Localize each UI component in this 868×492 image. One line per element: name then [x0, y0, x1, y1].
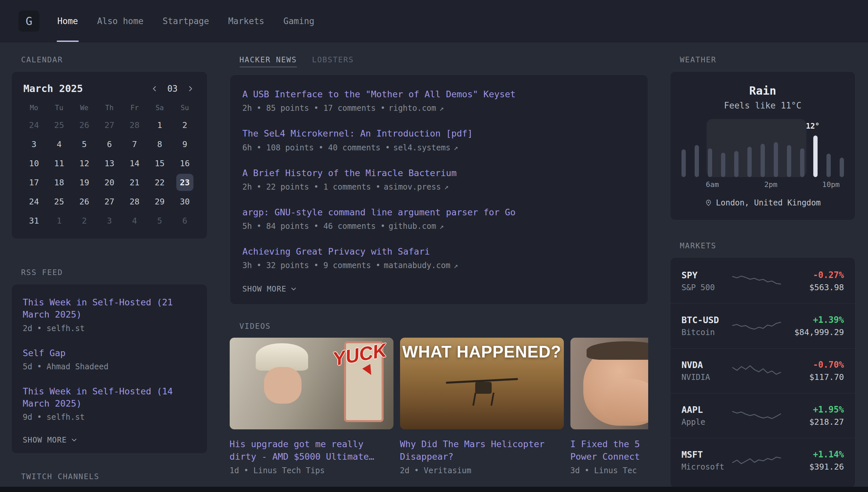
- section-title-weather: WEATHER: [680, 55, 856, 64]
- thumbnail-art: [473, 393, 494, 405]
- video-thumbnail[interactable]: WHAT HAPPENED?: [400, 338, 564, 429]
- video-title-link[interactable]: His upgrade got me really dirty - AMD $5…: [230, 438, 393, 463]
- calendar-day: 6: [172, 211, 198, 230]
- videos-widget: VIDEOS YUCK His upgrade got me really di…: [230, 322, 648, 475]
- market-change-percent: +1.95%: [781, 404, 844, 415]
- external-link-icon: ↗: [454, 144, 458, 152]
- weather-feels-like: Feels like 11°C: [682, 101, 844, 110]
- nav-tab[interactable]: Also home: [97, 0, 144, 42]
- market-name: NVIDIA: [682, 373, 732, 382]
- calendar-day: 22: [147, 173, 172, 192]
- section-title-videos: VIDEOS: [240, 322, 648, 330]
- calendar-next-button[interactable]: [186, 84, 195, 94]
- news-item-title-link[interactable]: argp: GNU-style command line argument pa…: [242, 206, 516, 218]
- calendar-day: 6: [97, 134, 122, 154]
- market-sparkline: [732, 452, 781, 469]
- market-row[interactable]: NVDA NVIDIA -0.70% $117.70: [670, 348, 855, 393]
- nav-tab[interactable]: Gaming: [283, 0, 315, 42]
- rss-item-title-link[interactable]: This Week in Self-Hosted (21 March 2025): [23, 296, 196, 321]
- weather-bar: [840, 157, 844, 177]
- thumbnail-art: [256, 343, 308, 371]
- nav-tab[interactable]: Startpage: [162, 0, 210, 42]
- section-title-calendar: CALENDAR: [21, 55, 208, 64]
- rss-show-more-button[interactable]: SHOW MORE: [23, 436, 77, 444]
- chevron-down-icon: [290, 286, 297, 292]
- video-card: WHAT HAPPENED? Why Did The Mars Helicopt…: [400, 338, 564, 475]
- dashboard: CALENDAR March 2025 03 MoTuWeThFrSaSu: [0, 55, 868, 488]
- news-item-source-link[interactable]: github.com: [389, 222, 436, 231]
- external-link-icon: ↗: [439, 222, 444, 230]
- market-row[interactable]: BTC-USD Bitcoin +1.39% $84,999.29: [670, 303, 855, 348]
- weather-bar: [800, 148, 805, 177]
- calendar-day: 2: [172, 116, 198, 134]
- tab-lobsters[interactable]: LOBSTERS: [312, 55, 354, 67]
- markets-widget: MARKETS SPY S&P 500 -0.27% $563.98 BTC-U…: [670, 241, 856, 488]
- calendar-day: 15: [147, 154, 172, 173]
- market-price: $391.26: [781, 462, 844, 471]
- news-item-title-link[interactable]: A USB Interface to the "Mother of All De…: [242, 88, 516, 100]
- news-item-meta-text: 2h • 22 points • 1 comments •: [242, 182, 380, 192]
- news-list: A USB Interface to the "Mother of All De…: [242, 88, 635, 270]
- video-card: DOTT I Fixed the 5 Power Connect 3d • Li…: [571, 338, 648, 475]
- news-item-title-link[interactable]: Achieving Great Privacy with Safari: [242, 245, 430, 257]
- nav-tab[interactable]: Markets: [227, 0, 265, 42]
- rss-item: This Week in Self-Hosted (14 March 2025)…: [23, 385, 196, 422]
- middle-column: HACKER NEWS LOBSTERS A USB Interface to …: [230, 55, 648, 488]
- app-logo[interactable]: G: [19, 10, 40, 32]
- weather-bar: [734, 151, 738, 177]
- news-item-source-link[interactable]: sel4.systems: [393, 143, 450, 152]
- rss-item-title-link[interactable]: This Week in Self-Hosted (14 March 2025): [23, 385, 196, 410]
- news-item-source-link[interactable]: matanabudy.com: [384, 261, 450, 270]
- calendar-weekday-label: Sa: [147, 100, 172, 116]
- external-link-icon: ↗: [454, 262, 458, 270]
- market-price: $563.98: [781, 282, 844, 292]
- market-row[interactable]: AAPL Apple +1.95% $218.27: [670, 393, 855, 438]
- market-ticker: SPY: [682, 270, 732, 280]
- calendar-day: 23: [172, 173, 198, 192]
- video-thumbnail[interactable]: YUCK: [230, 338, 393, 429]
- news-item-source-link[interactable]: asimov.press: [384, 182, 441, 192]
- weather-bar: [787, 145, 791, 177]
- calendar-day: 1: [147, 116, 172, 134]
- calendar-day: 18: [47, 173, 72, 192]
- nav-tabs: HomeAlso homeStartpageMarketsGaming: [57, 0, 315, 42]
- news-item: A USB Interface to the "Mother of All De…: [242, 88, 635, 113]
- video-meta: 1d • Linus Tech Tips: [230, 466, 393, 475]
- calendar-day: 9: [172, 134, 198, 154]
- calendar-card: March 2025 03 MoTuWeThFrSaSu 24252627281…: [11, 71, 208, 239]
- market-ticker: BTC-USD: [682, 315, 732, 325]
- calendar-prev-button[interactable]: [150, 84, 159, 94]
- news-item-meta-text: 3h • 32 points • 9 comments •: [242, 261, 380, 270]
- nav-tab[interactable]: Home: [57, 0, 79, 42]
- news-item: The SeL4 Microkernel: An Introduction [p…: [242, 127, 635, 152]
- section-title-markets: MARKETS: [680, 241, 856, 250]
- rss-item: This Week in Self-Hosted (21 March 2025)…: [23, 296, 196, 333]
- video-title-link[interactable]: Why Did The Mars Helicopter Disappear?: [400, 438, 564, 463]
- news-item: Achieving Great Privacy with Safari 3h •…: [242, 245, 635, 270]
- weather-location-label: London, United Kingdom: [716, 198, 821, 207]
- market-row[interactable]: SPY S&P 500 -0.27% $563.98: [670, 259, 855, 303]
- news-item-title-link[interactable]: A Brief History of the Miracle Bacterium: [242, 167, 457, 179]
- rss-card: This Week in Self-Hosted (21 March 2025)…: [11, 284, 208, 454]
- market-price: $84,999.29: [781, 327, 844, 337]
- rss-widget: RSS FEED This Week in Self-Hosted (21 Ma…: [11, 268, 208, 454]
- calendar-day: 4: [47, 134, 72, 154]
- news-item-source-link[interactable]: righto.com: [389, 103, 436, 113]
- video-title-link[interactable]: I Fixed the 5 Power Connect: [571, 438, 648, 463]
- calendar-nav: 03: [150, 84, 195, 94]
- calendar-day: 4: [122, 211, 147, 230]
- calendar-weekday-label: Th: [97, 100, 122, 116]
- weather-bar: [747, 147, 752, 177]
- rss-item-meta: 2d • selfh.st: [23, 324, 196, 333]
- video-thumbnail[interactable]: DOTT: [571, 338, 648, 429]
- market-name: Microsoft: [682, 462, 732, 471]
- news-show-more-button[interactable]: SHOW MORE: [242, 285, 297, 293]
- tab-hacker-news[interactable]: HACKER NEWS: [240, 55, 297, 67]
- market-sparkline: [732, 318, 781, 335]
- rss-item-title-link[interactable]: Self Gap: [23, 347, 65, 359]
- weather-bar: [774, 142, 778, 177]
- news-item-title-link[interactable]: The SeL4 Microkernel: An Introduction [p…: [242, 127, 473, 140]
- video-meta: 2d • Veritasium: [400, 466, 564, 475]
- window-bottom-edge: [0, 487, 868, 492]
- market-row[interactable]: MSFT Microsoft +1.14% $391.26: [670, 438, 855, 483]
